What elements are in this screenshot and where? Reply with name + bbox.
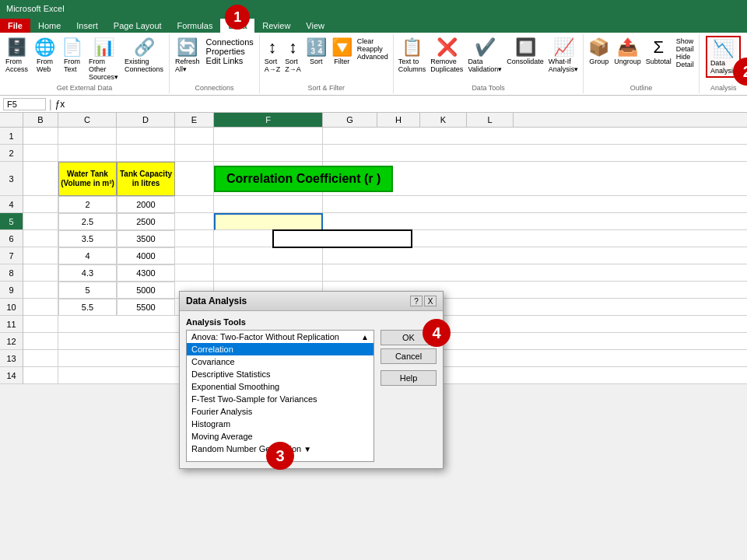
btn-existing-connections[interactable]: 🔗 ExistingConnections bbox=[122, 36, 166, 82]
btn-show-detail[interactable]: Show Detail bbox=[676, 37, 694, 53]
cell-d6[interactable]: 3500 bbox=[117, 230, 175, 247]
col-header-g[interactable]: G bbox=[323, 113, 377, 127]
row-12[interactable]: 12 bbox=[0, 333, 23, 350]
btn-sort-za[interactable]: ↕️ SortZ→A bbox=[283, 36, 303, 82]
cell-c6[interactable]: 3.5 bbox=[58, 230, 117, 247]
cell-f4[interactable] bbox=[214, 196, 323, 213]
tab-data[interactable]: Data 1 bbox=[220, 19, 254, 33]
cell-b4[interactable] bbox=[23, 196, 58, 213]
tab-home[interactable]: Home bbox=[30, 19, 68, 33]
cell-e3[interactable] bbox=[175, 162, 214, 196]
cell-f8[interactable] bbox=[214, 264, 323, 282]
btn-from-text[interactable]: 📄 FromText bbox=[59, 36, 85, 82]
cell-c2[interactable] bbox=[58, 145, 117, 162]
cell-f6[interactable] bbox=[214, 230, 323, 247]
cell-f1[interactable] bbox=[214, 128, 323, 145]
cell-b10[interactable] bbox=[23, 299, 58, 316]
col-header-d[interactable]: D bbox=[117, 113, 175, 127]
btn-remove-duplicates[interactable]: ❌ RemoveDuplicates bbox=[429, 36, 465, 82]
function-icon[interactable]: ƒx bbox=[55, 99, 65, 110]
cell-f2[interactable] bbox=[214, 145, 323, 162]
cell-c10[interactable]: 5.5 bbox=[58, 299, 117, 316]
col-header-l[interactable]: L bbox=[467, 113, 514, 127]
list-item-correlation[interactable]: Correlation bbox=[187, 343, 374, 355]
row-9[interactable]: 9 bbox=[0, 282, 23, 299]
cell-c5[interactable]: 2.5 bbox=[58, 213, 117, 230]
row-2[interactable]: 2 bbox=[0, 145, 23, 162]
btn-text-columns[interactable]: 📋 Text toColumns bbox=[397, 36, 428, 82]
btn-from-other[interactable]: 📊 From OtherSources▾ bbox=[86, 36, 121, 82]
cell-c1[interactable] bbox=[58, 128, 117, 145]
btn-connections-sub[interactable]: Connections Properties Edit Links bbox=[204, 36, 256, 82]
row-3[interactable]: 3 bbox=[0, 162, 23, 196]
cell-b8[interactable] bbox=[23, 264, 58, 282]
col-header-h[interactable]: H bbox=[377, 113, 420, 127]
col-header-k[interactable]: K bbox=[420, 113, 467, 127]
cell-d4[interactable]: 2000 bbox=[117, 196, 175, 213]
cell-b1[interactable] bbox=[23, 128, 58, 145]
cell-d7[interactable]: 4000 bbox=[117, 247, 175, 264]
cell-d8[interactable]: 4300 bbox=[117, 264, 175, 282]
cell-f5-selected[interactable] bbox=[214, 213, 323, 230]
btn-advanced[interactable]: Advanced bbox=[357, 53, 388, 61]
cell-c7[interactable]: 4 bbox=[58, 247, 117, 264]
cell-d2[interactable] bbox=[117, 145, 175, 162]
btn-from-web[interactable]: 🌐 FromWeb bbox=[32, 36, 58, 82]
cell-d1[interactable] bbox=[117, 128, 175, 145]
cell-f7[interactable] bbox=[214, 247, 323, 264]
list-item-anova[interactable]: Anova: Two-Factor Without Replication ▲ bbox=[187, 331, 374, 343]
dialog-close-btn[interactable]: X bbox=[424, 296, 437, 306]
btn-data-validation[interactable]: ✔️ DataValidation▾ bbox=[466, 36, 503, 82]
cell-d5[interactable]: 2500 bbox=[117, 213, 175, 230]
list-item-exponential[interactable]: Exponential Smoothing bbox=[187, 380, 374, 393]
cell-c3-header[interactable]: Water Tank(Volume in m³) bbox=[58, 162, 117, 196]
btn-refresh-all[interactable]: 🔄 RefreshAll▾ bbox=[173, 36, 202, 82]
btn-from-access[interactable]: 🗄️ FromAccess bbox=[3, 36, 30, 82]
list-item-histogram[interactable]: Histogram bbox=[187, 418, 374, 430]
list-item-ftest[interactable]: F-Test Two-Sample for Variances bbox=[187, 393, 374, 405]
row-6[interactable]: 6 bbox=[0, 230, 23, 247]
cell-b7[interactable] bbox=[23, 247, 58, 264]
row-4[interactable]: 4 bbox=[0, 196, 23, 213]
tab-review[interactable]: Review bbox=[254, 19, 298, 33]
cell-d10[interactable]: 5500 bbox=[117, 299, 175, 316]
cell-c4[interactable]: 2 bbox=[58, 196, 117, 213]
cell-b2[interactable] bbox=[23, 145, 58, 162]
btn-ungroup[interactable]: 📤 Ungroup bbox=[612, 36, 643, 82]
cell-e4[interactable] bbox=[175, 196, 214, 213]
tab-page-layout[interactable]: Page Layout bbox=[106, 19, 170, 33]
cell-e2[interactable] bbox=[175, 145, 214, 162]
btn-consolidate[interactable]: 🔲 Consolidate bbox=[505, 36, 545, 82]
col-header-e[interactable]: E bbox=[175, 113, 214, 127]
cell-reference-input[interactable]: F5 bbox=[3, 98, 46, 110]
result-box[interactable] bbox=[272, 229, 412, 248]
row-14[interactable]: 14 bbox=[0, 367, 23, 384]
cell-b5[interactable] bbox=[23, 213, 58, 230]
col-header-b[interactable]: B bbox=[23, 113, 58, 127]
btn-sort[interactable]: 🔢 Sort bbox=[304, 36, 328, 82]
row-8[interactable]: 8 bbox=[0, 264, 23, 282]
dialog-question-btn[interactable]: ? bbox=[410, 296, 423, 306]
tab-file[interactable]: File bbox=[0, 19, 30, 33]
cell-c8[interactable]: 4.3 bbox=[58, 264, 117, 282]
tab-view[interactable]: View bbox=[298, 19, 332, 33]
btn-group[interactable]: 📦 Group bbox=[587, 36, 611, 82]
cell-c9[interactable]: 5 bbox=[58, 282, 117, 299]
cell-d3-header[interactable]: Tank Capacityin litres bbox=[117, 162, 175, 196]
list-item-descriptive[interactable]: Descriptive Statistics bbox=[187, 368, 374, 380]
list-item-covariance[interactable]: Covariance bbox=[187, 355, 374, 368]
btn-hide-detail[interactable]: Hide Detail bbox=[676, 53, 694, 68]
row-13[interactable]: 13 bbox=[0, 350, 23, 367]
tab-insert[interactable]: Insert bbox=[68, 19, 106, 33]
cell-f3[interactable]: Correlation Coefficient (r ) bbox=[214, 162, 323, 196]
list-item-moving-avg[interactable]: Moving Average bbox=[187, 430, 374, 443]
cell-d9[interactable]: 5000 bbox=[117, 282, 175, 299]
btn-what-if[interactable]: 📈 What-IfAnalysis▾ bbox=[547, 36, 580, 82]
cell-b3[interactable] bbox=[23, 162, 58, 196]
tab-formulas[interactable]: Formulas bbox=[170, 19, 221, 33]
btn-filter[interactable]: 🔽 Filter bbox=[330, 36, 354, 82]
cell-e7[interactable] bbox=[175, 247, 214, 264]
list-item-fourier[interactable]: Fourier Analysis bbox=[187, 405, 374, 418]
cell-e8[interactable] bbox=[175, 264, 214, 282]
row-11[interactable]: 11 bbox=[0, 316, 23, 333]
